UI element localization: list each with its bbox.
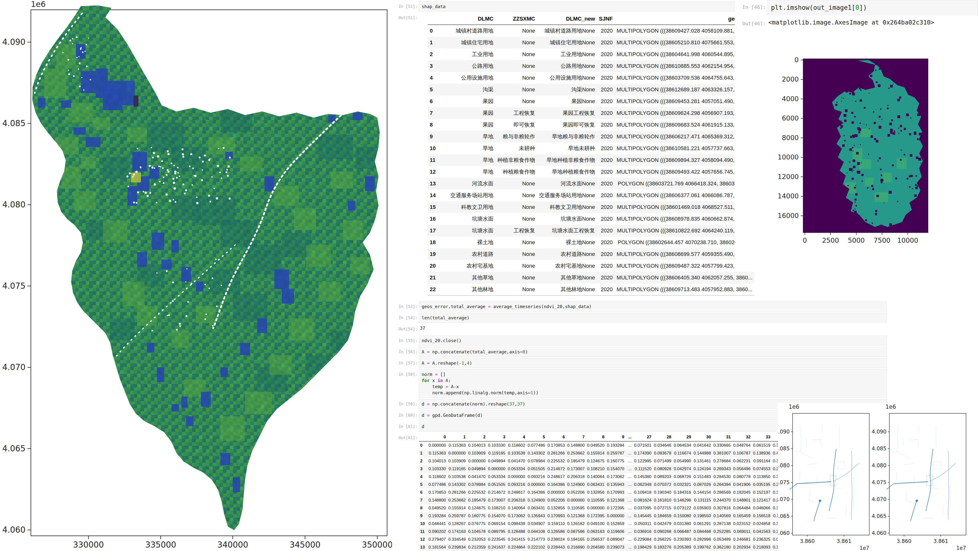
table-row: 100.0484410.1282670.0767750.0691540.0984… — [419, 520, 831, 528]
svg-text:4.085: 4.085 — [872, 446, 886, 452]
cell: 0.119165 — [487, 449, 507, 457]
svg-text:16000: 16000 — [778, 212, 799, 219]
cell: None — [495, 284, 537, 295]
imshow-hole-speckle — [867, 187, 869, 189]
cell: MULTIPOLYGON (((38609624.298 4056907.193… — [615, 107, 754, 119]
cell: MULTIPOLYGON (((38609713.483 4057952.883… — [615, 284, 754, 295]
cell: 0.205389 — [673, 543, 692, 551]
svg-text:345000: 345000 — [290, 540, 320, 549]
cell: 0.049520 — [586, 441, 606, 449]
svg-text:7500: 7500 — [874, 237, 891, 244]
map-y-ticks: 4.090 4.085 4.080 4.075 4.070 4.065 4.06… — [2, 37, 31, 535]
map-town-speckle — [126, 175, 129, 178]
map-town-speckle — [182, 153, 184, 155]
imshow-green-patch — [859, 159, 871, 169]
cell-input[interactable]: plt.imshow(out_image1[0]) — [767, 0, 978, 15]
cell: 其他林地None — [537, 284, 597, 295]
imshow-hole-speckle — [877, 195, 879, 197]
cell: 2020 — [597, 131, 615, 143]
map-town-speckle — [140, 167, 142, 168]
imshow-hole-speckle — [835, 104, 837, 106]
table-row: 13河流水面None河流水面None2020POLYGON ((38603721… — [428, 178, 754, 189]
cell: 0.103538 — [447, 473, 467, 481]
cell: 0.104013 — [467, 441, 487, 449]
cell: 公路用地None — [537, 60, 597, 72]
cell-input[interactable]: A = np.concatenate(total_average,axis=0) — [419, 347, 887, 357]
cell: 0.042479 — [653, 520, 673, 528]
cell: None — [495, 260, 537, 272]
imshow-hole-speckle — [900, 149, 902, 151]
cell: 0.124675 — [586, 457, 606, 465]
table-row: 1城镇住宅用地None城镇住宅用地None2020MULTIPOLYGON ((… — [428, 37, 754, 49]
imshow-hole-speckle — [909, 133, 911, 135]
map-town-speckle — [169, 200, 171, 202]
cell-input[interactable]: geos_error,total_average = average_times… — [419, 302, 887, 311]
table-row: 10旱地未耕种旱地未耕种2020MULTIPOLYGON (((38610581… — [428, 143, 754, 154]
cell: 0.184316 — [673, 489, 692, 496]
cell: 0.148801 — [732, 496, 752, 504]
cell-input[interactable]: len(total_average) — [419, 313, 887, 323]
cell-input[interactable]: norm = [] for x in A: temp = A-x norm.ap… — [419, 369, 887, 398]
table-row: 110.0902020.1741630.1045780.0897950.1284… — [419, 528, 831, 535]
map-town-speckle — [150, 192, 151, 194]
cell: ... — [625, 489, 633, 496]
cell: 0.071501 — [633, 441, 653, 449]
code-cell: In [53]:geos_error,total_average = avera… — [392, 302, 887, 311]
imshow-hole-speckle — [897, 99, 900, 101]
cell: 0.032321 — [673, 481, 692, 489]
imshow-x-ticks: 0 2500 5000 7500 10000 — [803, 233, 918, 244]
cell: 0.063431 — [527, 504, 546, 512]
imshow-hole-speckle — [897, 201, 898, 202]
cell: 0.143302 — [527, 449, 546, 457]
imshow-hole-speckle — [881, 119, 883, 120]
cell: 城镇住宅用地None — [537, 37, 597, 49]
cell: 0.124900 — [527, 496, 546, 504]
svg-text:4.070: 4.070 — [778, 496, 790, 502]
imshow-hole-speckle — [880, 169, 881, 170]
imshow-hole-speckle — [849, 162, 850, 163]
cell: 0.072715 — [653, 504, 673, 512]
geopandas-plots-panel: 1e6 4.090 4.085 4.080 4.075 4.070 4.065 … — [778, 403, 980, 551]
cell: 0.048441 — [427, 520, 447, 528]
map-speckle — [205, 314, 207, 315]
cell: 0.119606 — [606, 528, 625, 535]
svg-text:0: 0 — [794, 56, 799, 64]
map-town-speckle — [157, 155, 159, 158]
map-town-speckle — [229, 157, 231, 159]
map-town-speckle — [228, 165, 229, 167]
imshow-hole-speckle — [852, 147, 853, 148]
cell: 0.087596 — [566, 528, 586, 535]
cell: 0.093216 — [507, 481, 527, 489]
map-town-speckle — [173, 199, 174, 200]
output-prompt: Out[46]: — [735, 16, 767, 27]
cell: 0.199762 — [692, 543, 712, 551]
cell: POLYGON ((38603721.769 4066418.324, 3860… — [615, 178, 754, 189]
cell-input[interactable]: A = A.reshape(-1,4) — [419, 358, 887, 368]
map-town-speckle — [179, 176, 180, 177]
cell: ... — [625, 496, 633, 504]
map-speckle — [78, 56, 80, 57]
svg-text:4.060: 4.060 — [778, 530, 790, 536]
cell: None — [495, 60, 537, 72]
cell: 0.049894 — [487, 457, 507, 465]
imshow-hole-speckle — [850, 148, 852, 151]
cell: 0.286569 — [712, 489, 732, 496]
cell: 2020 — [597, 95, 615, 107]
column-header: 29 — [673, 433, 692, 441]
imshow-hole-speckle — [898, 128, 899, 129]
cell: 其他草地None — [537, 272, 597, 284]
cell: 0.000000 — [507, 473, 527, 481]
imshow-hole-speckle — [860, 99, 862, 102]
map-speckle — [72, 43, 73, 44]
cell: 0.170993 — [606, 489, 625, 496]
cell: 0.093678 — [653, 449, 673, 457]
map-town-speckle — [154, 183, 156, 186]
cell: 0.051505 — [527, 465, 546, 473]
cell: MULTIPOLYGON (((38609487.322 4057799.423… — [615, 260, 754, 272]
cell: 0.103538 — [507, 449, 527, 457]
svg-text:4.070: 4.070 — [2, 362, 25, 372]
cell: 果园 — [441, 119, 495, 131]
cell-input[interactable]: ndvi_20.close() — [419, 335, 887, 346]
cell: ... — [625, 512, 633, 520]
table-row: 4公用设施用地None公用设施用地None2020MULTIPOLYGON ((… — [428, 72, 754, 84]
